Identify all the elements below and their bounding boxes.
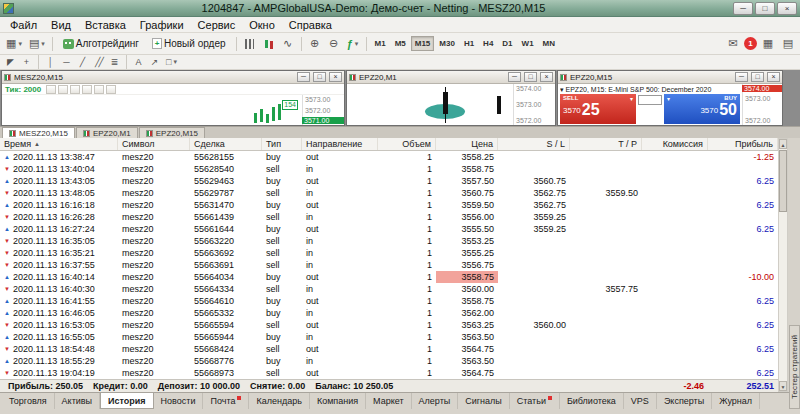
menu-item-вид[interactable]: Вид [44, 18, 78, 32]
history-row[interactable]: ▲2020.11.13 16:55:05mesz2055665944buyin1… [0, 331, 778, 343]
timeframe-mn-button[interactable]: MN [539, 36, 559, 51]
scrollbar-thumb[interactable] [779, 150, 787, 212]
history-row[interactable]: ▼2020.11.13 13:40:04mesz2055628540sellin… [0, 163, 778, 175]
chart-tab-epz20-m1[interactable]: EPZ20,M1 [76, 127, 138, 138]
history-row[interactable]: ▲2020.11.13 16:27:24mesz2055661644buyout… [0, 223, 778, 235]
tab-активы[interactable]: Активы [55, 393, 100, 409]
chart-canvas[interactable]: Тик: 2000 154 3573.003572.003571.00 3571… [2, 84, 344, 125]
tab-маркет[interactable]: Маркет [366, 393, 411, 409]
candle-chart-button[interactable] [260, 35, 278, 53]
chart-maximize-button[interactable]: □ [313, 72, 326, 82]
new-chart-button[interactable]: ▦▾ [3, 35, 25, 53]
chart-minimize-button[interactable]: ─ [735, 72, 748, 82]
chart-window-titlebar[interactable]: MESZ20,M15 ─ □ × [2, 71, 344, 84]
history-row[interactable]: ▼2020.11.13 16:26:28mesz2055661439sellin… [0, 211, 778, 223]
algo-trading-button[interactable]: Алготрейдинг [57, 35, 145, 53]
maximize-button[interactable]: □ [755, 2, 775, 15]
history-row[interactable]: ▼2020.11.13 18:54:48mesz2055668424sellou… [0, 343, 778, 355]
tab-алерты[interactable]: Алерты [412, 393, 459, 409]
column-header-направление[interactable]: Направление [302, 138, 378, 150]
history-row[interactable]: ▲2020.11.13 16:46:05mesz2055665332buyin1… [0, 307, 778, 319]
crosshair-button[interactable]: + [19, 56, 34, 69]
history-row[interactable]: ▼2020.11.13 16:40:30mesz2055664334sellin… [0, 283, 778, 295]
tab-библиотека[interactable]: Библиотека [560, 393, 624, 409]
scroll-up-arrow[interactable]: ▲ [779, 139, 787, 149]
column-header-цена[interactable]: Цена [436, 138, 498, 150]
strategy-tester-tab[interactable]: Тестер стратегий [789, 325, 800, 409]
chart-close-button[interactable]: × [767, 72, 780, 82]
ea-button[interactable] [58, 85, 68, 94]
menu-item-вставка[interactable]: Вставка [78, 18, 133, 32]
timeframe-m30-button[interactable]: M30 [435, 36, 459, 51]
chart-minimize-button[interactable]: ─ [508, 72, 521, 82]
docs-button[interactable]: ▤ [779, 35, 797, 53]
history-row[interactable]: ▼2020.11.13 16:35:05mesz2055663220sellin… [0, 235, 778, 247]
chart-canvas[interactable]: ▾ EPZ20, M15: E-Mini S&P 500: December 2… [558, 84, 782, 125]
mail-button[interactable]: ✉ [724, 35, 742, 53]
ea-button[interactable] [94, 85, 104, 94]
chart-tab-epz20-m15[interactable]: EPZ20,M15 [139, 127, 205, 138]
tab-почта[interactable]: Почта [203, 393, 249, 409]
menu-item-окно[interactable]: Окно [242, 18, 282, 32]
zoom-out-button[interactable]: ⊖ [325, 35, 343, 53]
tab-сигналы[interactable]: Сигналы [458, 393, 510, 409]
history-row[interactable]: ▼2020.11.13 16:37:55mesz2055663691sellin… [0, 259, 778, 271]
horizontal-line-button[interactable]: ─ [59, 56, 74, 69]
minimize-button[interactable]: ─ [733, 2, 753, 15]
column-header-прибыль[interactable]: Прибыль [708, 138, 778, 150]
column-header-время[interactable]: Время▲ [0, 138, 118, 150]
history-row[interactable]: ▼2020.11.13 16:53:05mesz2055665594sellou… [0, 319, 778, 331]
column-header-объем[interactable]: Объем [378, 138, 436, 150]
chart-canvas[interactable]: 3574.003573.003572.00 [347, 84, 555, 125]
tab-история[interactable]: История [100, 393, 154, 409]
column-header-t-p[interactable]: T / P [570, 138, 642, 150]
shapes-button[interactable]: □▾ [163, 56, 180, 69]
column-header-s-l[interactable]: S / L [498, 138, 570, 150]
chart-close-button[interactable]: × [540, 72, 553, 82]
ea-button[interactable] [106, 85, 116, 94]
menu-item-файл[interactable]: Файл [3, 18, 44, 32]
line-chart-button[interactable]: ∿ [279, 35, 297, 53]
table-scrollbar[interactable]: ▲ ▼ [778, 138, 788, 392]
column-header-символ[interactable]: Символ [118, 138, 190, 150]
tab-эксперты[interactable]: Эксперты [657, 393, 712, 409]
chart-close-button[interactable]: × [329, 72, 342, 82]
chart-maximize-button[interactable]: □ [751, 72, 764, 82]
scroll-down-arrow[interactable]: ▼ [779, 381, 787, 391]
vertical-line-button[interactable]: │ [43, 56, 58, 69]
history-row[interactable]: ▲2020.11.13 16:16:18mesz2055631470buyout… [0, 199, 778, 211]
channel-button[interactable]: ╱╱ [91, 56, 106, 69]
close-button[interactable]: × [777, 2, 797, 15]
history-row[interactable]: ▼2020.11.13 19:04:19mesz2055668973sellou… [0, 367, 778, 379]
timeframe-d1-button[interactable]: D1 [498, 36, 516, 51]
buy-button[interactable]: ▾BUY 357050 [664, 94, 740, 124]
ea-button[interactable] [82, 85, 92, 94]
indicators-button[interactable]: ƒ▾ [344, 35, 362, 53]
column-header-тип[interactable]: Тип [262, 138, 302, 150]
timeframe-m1-button[interactable]: M1 [371, 36, 390, 51]
sell-button[interactable]: SELL▾ 357025 [560, 94, 636, 124]
chart-minimize-button[interactable]: ─ [297, 72, 310, 82]
grid-button[interactable]: ▦ [759, 35, 777, 53]
chart-tab-mesz20-m15[interactable]: MESZ20,M15 [2, 127, 75, 138]
notification-badge[interactable]: 1 [744, 37, 757, 50]
timeframe-w1-button[interactable]: W1 [518, 36, 538, 51]
text-tool-button[interactable]: A [131, 56, 146, 69]
history-row[interactable]: ▲2020.11.13 16:41:55mesz2055664610buyout… [0, 295, 778, 307]
tab-статьи[interactable]: Статьи [510, 393, 560, 409]
timeframe-h4-button[interactable]: H4 [479, 36, 497, 51]
column-header-комиссия[interactable]: Комиссия [642, 138, 708, 150]
tab-vps[interactable]: VPS [624, 393, 657, 409]
tab-журнал[interactable]: Журнал [712, 393, 760, 409]
timeframe-m5-button[interactable]: M5 [391, 36, 410, 51]
history-row[interactable]: ▼2020.11.13 13:48:05mesz2055629787sellin… [0, 187, 778, 199]
chart-window-titlebar[interactable]: EPZ20,M15 ─ □ × [558, 71, 782, 84]
fibonacci-button[interactable]: ≣ [107, 56, 122, 69]
cursor-button[interactable]: ◤ [3, 56, 18, 69]
history-row[interactable]: ▲2020.11.13 18:55:29mesz2055668776buyin1… [0, 355, 778, 367]
zoom-in-button[interactable]: ⊕ [306, 35, 324, 53]
ea-button[interactable] [46, 85, 56, 94]
bar-chart-button[interactable] [241, 35, 259, 53]
arrow-tool-button[interactable]: ↗ [147, 56, 162, 69]
column-header-сделка[interactable]: Сделка [190, 138, 262, 150]
